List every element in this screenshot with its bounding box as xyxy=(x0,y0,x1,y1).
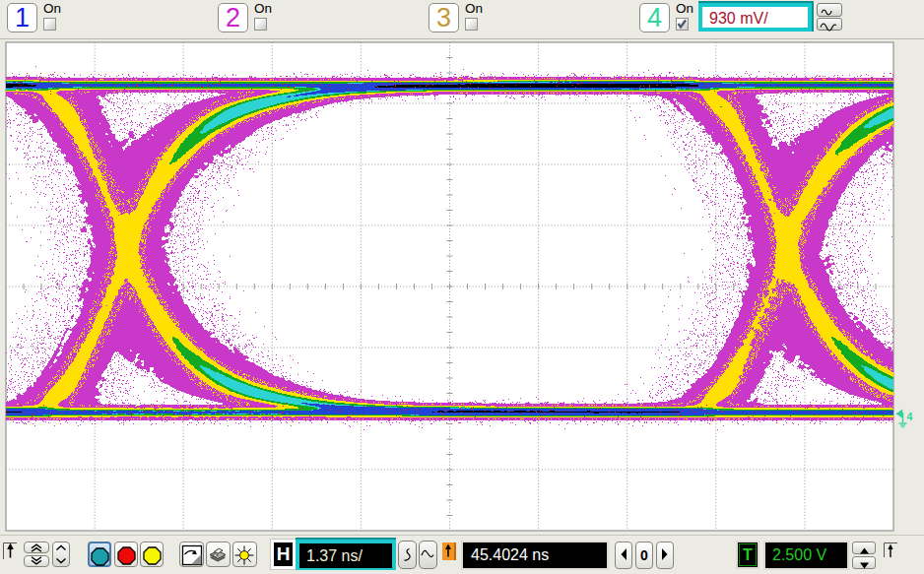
svg-text:4: 4 xyxy=(907,411,913,422)
